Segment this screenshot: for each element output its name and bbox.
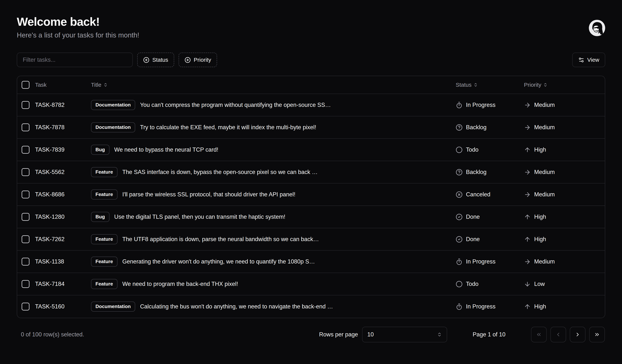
task-title: The SAS interface is down, bypass the op… xyxy=(122,169,318,175)
arrow-up-icon xyxy=(524,236,531,243)
user-avatar[interactable] xyxy=(589,20,605,36)
task-id: TASK-8782 xyxy=(35,102,91,108)
page-indicator: Page 1 of 10 xyxy=(466,331,512,338)
priority-text: High xyxy=(534,213,546,220)
view-options-button[interactable]: View xyxy=(572,53,605,67)
table-body: TASK-8782 Documentation You can't compre… xyxy=(17,94,605,318)
table-header-row: Task Title Status Priority xyxy=(17,76,605,94)
chevrons-up-down-icon xyxy=(437,332,442,337)
row-actions-button[interactable] xyxy=(592,304,597,309)
sliders-icon xyxy=(578,57,584,63)
table-row: TASK-7839 Bug We need to bypass the neur… xyxy=(17,139,605,161)
table-toolbar: Status Priority View xyxy=(17,53,605,67)
task-id: TASK-7839 xyxy=(35,146,91,153)
rows-per-page-group: Rows per page 10 xyxy=(319,327,447,342)
arrow-right-icon xyxy=(524,124,531,131)
status-filter-button[interactable]: Status xyxy=(137,53,174,67)
help-circle-icon xyxy=(456,124,463,131)
next-page-button[interactable] xyxy=(570,327,585,342)
chevron-right-icon xyxy=(575,332,581,338)
arrow-down-icon xyxy=(524,281,531,287)
priority-text: Medium xyxy=(534,258,555,265)
chevron-left-icon xyxy=(555,332,561,338)
task-id: TASK-7262 xyxy=(35,236,91,243)
row-checkbox[interactable] xyxy=(22,258,29,266)
status-text: In Progress xyxy=(466,303,496,310)
label-badge: Feature xyxy=(91,234,117,244)
table-row: TASK-1280 Bug Use the digital TLS panel,… xyxy=(17,206,605,228)
row-checkbox[interactable] xyxy=(22,168,29,176)
status-text: Done xyxy=(466,236,480,243)
circle-plus-icon xyxy=(185,57,191,63)
circle-plus-icon xyxy=(143,57,149,63)
row-actions-button[interactable] xyxy=(592,124,597,130)
priority-text: Medium xyxy=(534,169,555,175)
previous-page-button[interactable] xyxy=(550,327,566,342)
table-row: TASK-5160 Documentation Calculating the … xyxy=(17,295,605,318)
chevrons-up-down-icon xyxy=(473,83,478,87)
status-text: Todo xyxy=(466,281,478,287)
circle-check-icon xyxy=(456,236,463,243)
column-header-status-sort[interactable]: Status xyxy=(456,79,478,91)
row-checkbox[interactable] xyxy=(22,123,29,131)
table-row: TASK-1138 Feature Generating the driver … xyxy=(17,251,605,273)
column-header-title-sort[interactable]: Title xyxy=(91,79,108,91)
arrow-up-icon xyxy=(524,213,531,220)
row-actions-button[interactable] xyxy=(592,214,597,220)
first-page-button[interactable] xyxy=(531,327,547,342)
arrow-right-icon xyxy=(524,258,531,265)
rows-per-page-select[interactable]: 10 xyxy=(362,327,447,342)
arrow-up-icon xyxy=(524,146,531,153)
row-actions-button[interactable] xyxy=(592,192,597,197)
row-checkbox[interactable] xyxy=(22,101,29,109)
row-checkbox[interactable] xyxy=(22,191,29,198)
view-button-label: View xyxy=(587,57,599,63)
priority-text: Medium xyxy=(534,124,555,131)
row-actions-button[interactable] xyxy=(592,259,597,265)
circle-icon xyxy=(456,281,463,287)
table-row: TASK-7184 Feature We need to program the… xyxy=(17,273,605,295)
priority-text: High xyxy=(534,146,546,153)
label-badge: Feature xyxy=(91,190,117,200)
row-actions-button[interactable] xyxy=(592,236,597,242)
priority-text: High xyxy=(534,303,546,310)
task-title: We need to bypass the neural TCP card! xyxy=(114,146,218,153)
task-title: Calculating the bus won't do anything, w… xyxy=(140,303,333,310)
row-checkbox[interactable] xyxy=(22,235,29,243)
priority-filter-button[interactable]: Priority xyxy=(179,53,217,67)
priority-text: Low xyxy=(534,281,545,287)
circle-check-icon xyxy=(456,213,463,220)
page-subtitle: Here's a list of your tasks for this mon… xyxy=(17,31,139,39)
task-title: Generating the driver won't do anything,… xyxy=(122,258,315,265)
column-header-task: Task xyxy=(35,82,91,88)
filter-tasks-input[interactable] xyxy=(17,53,133,67)
select-all-checkbox[interactable] xyxy=(22,81,29,89)
task-title: I'll parse the wireless SSL protocol, th… xyxy=(122,191,295,198)
pagination-controls: Rows per page 10 Page 1 of 10 xyxy=(319,327,605,342)
table-row: TASK-5562 Feature The SAS interface is d… xyxy=(17,161,605,184)
priority-filter-label: Priority xyxy=(194,57,211,63)
row-checkbox[interactable] xyxy=(22,146,29,154)
row-actions-button[interactable] xyxy=(592,169,597,175)
row-checkbox[interactable] xyxy=(22,303,29,310)
label-badge: Bug xyxy=(91,212,109,222)
page-header: Welcome back! Here's a list of your task… xyxy=(17,15,605,39)
task-id: TASK-5562 xyxy=(35,169,91,175)
rows-per-page-label: Rows per page xyxy=(319,331,358,338)
task-id: TASK-8686 xyxy=(35,191,91,198)
row-actions-button[interactable] xyxy=(592,281,597,287)
table-row: TASK-7878 Documentation Try to calculate… xyxy=(17,116,605,139)
timer-icon xyxy=(456,102,463,109)
column-header-priority-sort[interactable]: Priority xyxy=(524,79,548,91)
chevrons-right-icon xyxy=(594,332,600,338)
row-checkbox[interactable] xyxy=(22,280,29,288)
tasks-page: Welcome back! Here's a list of your task… xyxy=(0,0,622,364)
row-actions-button[interactable] xyxy=(592,147,597,153)
selection-count: 0 of 100 row(s) selected. xyxy=(21,331,84,338)
status-filter-label: Status xyxy=(152,57,168,63)
last-page-button[interactable] xyxy=(589,327,605,342)
chevrons-left-icon xyxy=(536,332,542,338)
table-header: Task Title Status Priority xyxy=(17,76,605,94)
row-actions-button[interactable] xyxy=(592,102,597,108)
row-checkbox[interactable] xyxy=(22,213,29,221)
